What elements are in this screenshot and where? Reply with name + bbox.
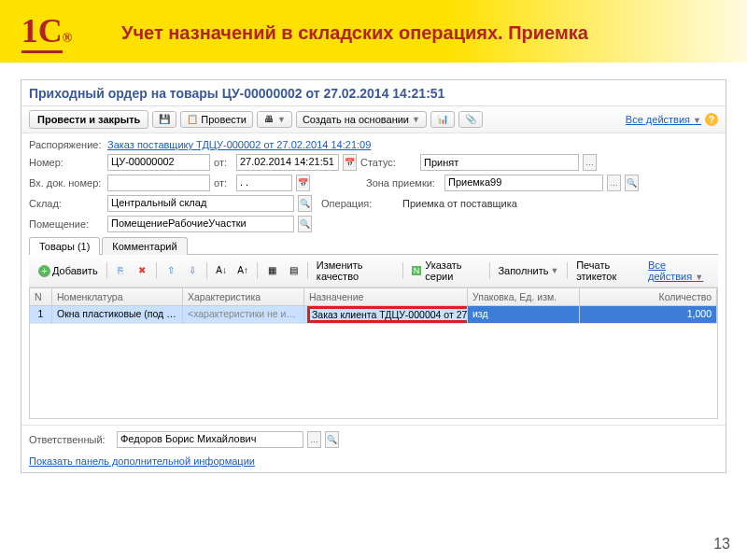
copy-icon: ⎘ (115, 265, 126, 276)
create-based-label: Создать на основании (303, 114, 409, 125)
grid-header: N Номенклатура Характеристика Назначение… (30, 288, 717, 306)
grid-body[interactable]: 1 Окна пластиковые (под за… <характерист… (30, 306, 717, 418)
attach-button[interactable]: 📎 (458, 111, 483, 128)
order-link[interactable]: Заказ поставщику ТДЦУ-000002 от 27.02.20… (107, 139, 371, 150)
ext-doc-input[interactable] (107, 175, 210, 191)
col-assignment[interactable]: Назначение (304, 288, 468, 305)
status-value: Принят (424, 157, 458, 168)
set-series-label: Указать серии (425, 259, 480, 282)
sort-desc-icon: A↑ (237, 265, 248, 276)
move-up-button[interactable]: ⇧ (162, 264, 180, 277)
print-labels-button[interactable]: Печать этикеток (572, 259, 645, 283)
col-n[interactable]: N (30, 288, 52, 305)
zone-search-button[interactable]: 🔍 (625, 175, 639, 191)
report-icon: 📊 (437, 114, 448, 125)
zone-open-button[interactable]: … (607, 175, 621, 191)
separator (402, 262, 403, 279)
tab-comment[interactable]: Комментарий (102, 237, 187, 255)
help-icon[interactable]: ? (705, 113, 718, 126)
table-row[interactable]: 1 Окна пластиковые (под за… <характерист… (30, 306, 717, 324)
status-select[interactable]: Принят (420, 154, 579, 171)
cell-assignment: Заказ клиента ТДЦУ-000004 от 27.02.20… (304, 306, 468, 323)
post-button[interactable]: 📋Провести (180, 111, 253, 128)
sort-asc-icon: A↓ (216, 265, 227, 276)
logo-1c: 1С® (21, 11, 72, 53)
room-search-button[interactable]: 🔍 (298, 216, 312, 232)
ext-calendar-button[interactable]: 📅 (296, 175, 310, 191)
col-quantity[interactable]: Количество (580, 288, 717, 305)
chevron-down-icon: ▼ (550, 266, 558, 275)
report-button[interactable]: 📊 (430, 111, 455, 128)
copy-row-button[interactable]: ⎘ (111, 264, 130, 277)
ext-date-input[interactable]: . . (236, 175, 292, 191)
room-label: Помещение: (29, 218, 104, 230)
tab-all-actions-button[interactable]: Все действия ▼ (648, 259, 712, 282)
grid2-icon: ▤ (288, 265, 299, 276)
sort-desc-button[interactable]: A↑ (233, 264, 252, 277)
plus-icon: + (38, 265, 50, 277)
date-label: от: (214, 157, 233, 168)
all-actions-button[interactable]: Все действия ▼ (626, 114, 701, 125)
cell-packaging: изд (468, 306, 580, 323)
number-input[interactable]: ЦУ-00000002 (107, 154, 210, 171)
chevron-down-icon: ▼ (693, 116, 701, 125)
zone-input[interactable]: Приемка99 (444, 175, 603, 191)
post-and-close-button[interactable]: Провести и закрыть (29, 110, 148, 129)
status-open-button[interactable]: … (583, 154, 597, 171)
set-series-button[interactable]: NУказать серии (408, 259, 485, 283)
zone-label: Зона приемки: (366, 177, 441, 189)
page-number: 13 (713, 536, 730, 553)
separator (257, 262, 258, 279)
slide-title: Учет назначений в складских операциях. П… (121, 21, 588, 44)
cell-quantity: 1,000 (580, 306, 717, 323)
create-based-on-button[interactable]: Создать на основании ▼ (296, 111, 427, 128)
arrow-down-icon: ⇩ (187, 265, 198, 276)
cell-nomenclature: Окна пластиковые (под за… (52, 306, 183, 323)
fill-button[interactable]: Заполнить ▼ (494, 264, 562, 277)
ext-doc-label: Вх. док. номер: (29, 177, 104, 189)
add-row-button[interactable]: +Добавить (35, 264, 102, 278)
all-actions-label: Все действия (626, 114, 690, 125)
number-label: Номер: (29, 157, 104, 168)
separator (489, 262, 490, 279)
date-input[interactable]: 27.02.2014 14:21:51 (236, 154, 339, 171)
footer-row: Ответственный: Федоров Борис Михайлович … (21, 425, 726, 454)
assignment-highlight: Заказ клиента ТДЦУ-000004 от 27.02.20… (307, 306, 468, 323)
responsible-open-button[interactable]: … (307, 431, 321, 448)
extra2-button[interactable]: ▤ (284, 264, 303, 277)
calendar-button[interactable]: 📅 (343, 154, 357, 171)
attach-icon: 📎 (465, 114, 476, 125)
save-button[interactable]: 💾 (152, 111, 176, 128)
show-info-panel-link[interactable]: Показать панель дополнительной информаци… (29, 455, 255, 467)
status-label: Статус: (360, 157, 416, 168)
chevron-down-icon: ▼ (695, 273, 703, 282)
series-badge-icon: N (412, 266, 422, 275)
chevron-down-icon: ▼ (412, 115, 420, 124)
extra1-button[interactable]: ▦ (262, 264, 281, 277)
col-characteristic[interactable]: Характеристика (183, 288, 304, 305)
print-button[interactable]: 🖶▼ (257, 111, 292, 128)
responsible-label: Ответственный: (29, 434, 113, 445)
change-quality-button[interactable]: Изменить качество (313, 259, 398, 283)
warehouse-input[interactable]: Центральный склад (107, 195, 294, 212)
responsible-search-button[interactable]: 🔍 (325, 431, 339, 448)
ext-date-label: от: (214, 177, 233, 189)
room-input[interactable]: ПомещениеРабочиеУчастки (107, 216, 294, 232)
window-title: Приходный ордер на товары ЦУ-00000002 от… (21, 80, 726, 106)
sort-asc-button[interactable]: A↓ (212, 264, 231, 277)
col-nomenclature[interactable]: Номенклатура (52, 288, 183, 305)
move-down-button[interactable]: ⇩ (183, 264, 202, 277)
warehouse-search-button[interactable]: 🔍 (298, 195, 312, 212)
col-packaging[interactable]: Упаковка, Ед. изм. (468, 288, 580, 305)
tabs: Товары (1) Комментарий (29, 236, 718, 255)
bottom-link-row: Показать панель дополнительной информаци… (21, 454, 726, 472)
grid-icon: ▦ (266, 265, 277, 276)
tab-goods[interactable]: Товары (1) (29, 237, 100, 255)
responsible-input[interactable]: Федоров Борис Михайлович (117, 431, 303, 448)
operation-label: Операция: (321, 198, 396, 209)
separator (156, 262, 157, 279)
warehouse-label: Склад: (29, 198, 104, 209)
main-toolbar: Провести и закрыть 💾 📋Провести 🖶▼ Создат… (21, 106, 726, 133)
delete-row-button[interactable]: ✖ (133, 264, 151, 277)
logo-wrap: 1С® (0, 11, 93, 53)
